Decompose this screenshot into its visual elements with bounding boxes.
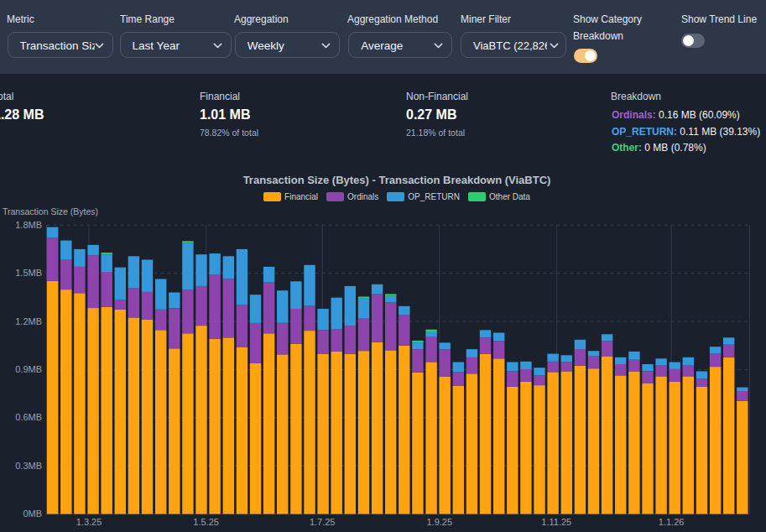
svg-text:0.3MB: 0.3MB bbox=[15, 461, 42, 471]
svg-text:1.5MB: 1.5MB bbox=[15, 268, 42, 278]
svg-text:1.7.25: 1.7.25 bbox=[310, 517, 336, 527]
svg-text:1.11.25: 1.11.25 bbox=[541, 517, 571, 527]
svg-text:0MB: 0MB bbox=[23, 509, 42, 519]
svg-text:0.9MB: 0.9MB bbox=[15, 364, 42, 374]
svg-text:1.2MB: 1.2MB bbox=[15, 316, 42, 326]
svg-text:Transaction Size (Bytes): Transaction Size (Bytes) bbox=[3, 206, 98, 216]
svg-text:0.6MB: 0.6MB bbox=[15, 412, 42, 422]
svg-text:1.8MB: 1.8MB bbox=[15, 220, 42, 230]
svg-text:1.1.26: 1.1.26 bbox=[659, 517, 685, 527]
svg-text:1.5.25: 1.5.25 bbox=[193, 517, 219, 527]
svg-text:1.9.25: 1.9.25 bbox=[427, 517, 453, 527]
svg-text:1.3.25: 1.3.25 bbox=[76, 517, 102, 527]
